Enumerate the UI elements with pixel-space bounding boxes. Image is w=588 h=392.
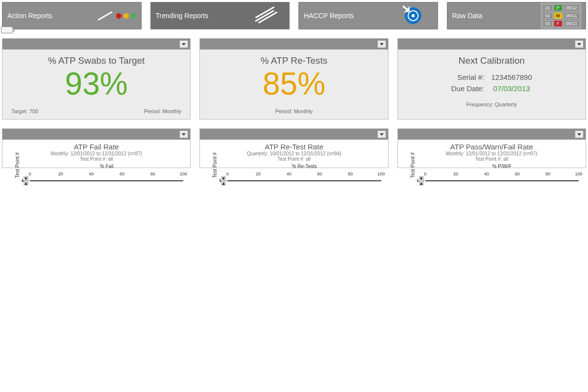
kpi-title: % ATP Swabs to Target	[10, 55, 182, 66]
kpi-calibration-panel: Next Calibration Serial #: 1234567890 Du…	[397, 38, 586, 120]
chart-subtitle2: Test Point #: all	[5, 156, 187, 162]
target-icon	[393, 4, 433, 27]
panel-header	[398, 39, 586, 49]
scrollbar[interactable]: ▲▼	[23, 180, 29, 181]
panel-menu-button[interactable]	[377, 40, 386, 48]
kpi-title: Next Calibration	[406, 55, 578, 66]
panel-header	[200, 129, 388, 140]
chart-title: ATP Re-Test Rate	[203, 143, 385, 151]
chart-subtitle2: Test Point #: all	[401, 156, 583, 162]
chart-retest-panel: ATP Re-Test Rate Quarterly: 10/01/2012 t…	[199, 128, 388, 168]
chart-area-retest: % Re-Tests 020406080100 Test Point # 172…	[200, 163, 388, 168]
tab-action-reports[interactable]: Action Reports	[2, 2, 142, 29]
panel-menu-button[interactable]	[575, 130, 584, 138]
tab-label: HACCP Reports	[304, 12, 354, 20]
plot	[227, 180, 381, 181]
chart-area-pwf: % P/W/F 020406080100 Test Point # 132715…	[398, 163, 586, 168]
chart-subtitle: Monthly: 12/01/2012 to 12/31/2012 (n=87)	[401, 151, 583, 156]
chart-row: ATP Fail Rate Monthly: 12/01/2012 to 12/…	[0, 120, 588, 170]
panel-header	[200, 39, 388, 49]
due-label: Due Date:	[451, 84, 485, 93]
x-axis-title: % Fail	[30, 164, 183, 169]
due-value: 07/03/2013	[491, 84, 532, 93]
y-axis-title: Test Point #	[410, 152, 415, 178]
scrollbar[interactable]: ▲▼	[220, 180, 226, 181]
tab-haccp-reports[interactable]: HACCP Reports	[298, 2, 438, 29]
chart-subtitle: Quarterly: 10/01/2012 to 12/31/2012 (n=9…	[203, 151, 385, 156]
kpi-row: % ATP Swabs to Target 93% Target: 700 Pe…	[0, 29, 588, 120]
kpi-swabs-panel: % ATP Swabs to Target 93% Target: 700 Pe…	[2, 38, 191, 120]
kpi-title: % ATP Re-Tests	[208, 55, 380, 66]
multi-line-icon	[245, 4, 284, 27]
chart-subtitle: Monthly: 12/01/2012 to 12/31/2012 (n=87)	[5, 151, 187, 156]
panel-menu-button[interactable]	[575, 40, 584, 48]
tab-raw-data[interactable]: Raw Data 01P05/12 02W05/11 03F05/13	[447, 2, 587, 29]
x-axis-title: % Re-Tests	[227, 164, 381, 169]
rawdata-table-icon: 01P05/12 02W05/11 03F05/13	[541, 4, 581, 27]
x-ticks: 020406080100	[30, 172, 183, 178]
chart-area-fail: % Fail 020406080100 Test Point # 1327151…	[2, 163, 190, 168]
panel-menu-button[interactable]	[179, 40, 188, 48]
y-axis-title: Test Point #	[15, 152, 20, 178]
panel-header	[398, 129, 586, 140]
chart-subtitle2: Test Point #: all	[203, 156, 385, 162]
plot	[30, 180, 183, 181]
chart-title: ATP Fail Rate	[5, 143, 187, 151]
kpi-retests-panel: % ATP Re-Tests 85% Period: Monthly	[199, 38, 388, 120]
kpi-value: 93%	[10, 68, 182, 99]
x-axis-title: % P/W/F	[425, 164, 579, 169]
panel-header	[2, 129, 190, 140]
x-ticks: 020406080100	[425, 172, 579, 178]
serial-label: Serial #:	[451, 73, 485, 81]
tab-label: Action Reports	[7, 12, 52, 20]
slider-handle[interactable]	[1, 26, 13, 33]
panel-header	[2, 39, 190, 49]
serial-value: 1234567890	[491, 73, 532, 81]
x-ticks: 020406080100	[227, 172, 381, 178]
panel-menu-button[interactable]	[377, 130, 386, 138]
kpi-value: 85%	[208, 68, 380, 99]
top-nav: Action Reports Trending Reports HACCP Re…	[0, 0, 588, 29]
tab-label: Raw Data	[452, 12, 482, 20]
chart-pwf-panel: ATP Pass/Warn/Fail Rate Monthly: 12/01/2…	[397, 128, 586, 168]
scrollbar[interactable]: ▲▼	[418, 180, 424, 181]
panel-menu-button[interactable]	[179, 130, 188, 138]
chart-title: ATP Pass/Warn/Fail Rate	[401, 143, 583, 151]
plot	[425, 180, 579, 181]
traffic-lights-icon	[97, 4, 136, 27]
y-axis-title: Test Point #	[212, 152, 218, 178]
tab-trending-reports[interactable]: Trending Reports	[150, 2, 290, 29]
tab-label: Trending Reports	[156, 12, 209, 20]
chart-fail-panel: ATP Fail Rate Monthly: 12/01/2012 to 12/…	[2, 128, 191, 168]
